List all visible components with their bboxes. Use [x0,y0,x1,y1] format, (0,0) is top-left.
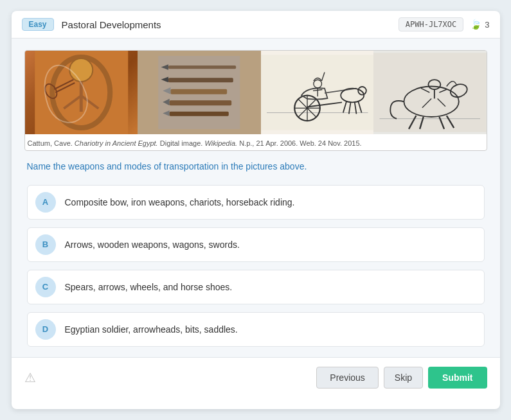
page-title: Pastoral Developments [62,19,161,30]
quiz-card: Easy Pastoral Developments APWH-JL7XOC 🍃… [12,11,500,409]
footer: ⚠ Previous Skip Submit [12,357,500,398]
footer-left: ⚠ [24,370,36,385]
svg-line-4 [64,96,81,109]
image-section-2 [138,51,261,134]
leaves-count: 3 [485,20,489,30]
option-b-text: Arrows, wooden weapons, wagons, swords. [65,240,240,250]
skip-button[interactable]: Skip [384,367,423,389]
svg-rect-17 [170,100,231,105]
citation: Cattum, Cave. Chariotry in Ancient Egypt… [25,134,487,150]
image-section-3 [261,51,374,134]
image-section-4 [373,51,487,134]
warning-icon: ⚠ [24,370,36,385]
submit-button[interactable]: Submit [428,367,487,389]
image-container: Cattum, Cave. Chariotry in Ancient Egypt… [24,50,487,151]
option-b[interactable]: B Arrows, wooden weapons, wagons, swords… [27,227,485,262]
leaves-badge: 🍃 3 [470,19,489,30]
question-text: Name the weapons and modes of transporta… [24,160,487,173]
option-b-circle: B [35,234,56,255]
svg-point-8 [42,82,59,101]
option-a[interactable]: A Composite bow, iron weapons, chariots,… [27,185,485,220]
header: Easy Pastoral Developments APWH-JL7XOC 🍃… [12,11,500,39]
content-area: Cattum, Cave. Chariotry in Ancient Egypt… [12,39,500,357]
svg-point-2 [69,58,93,82]
image-section-1 [25,51,138,134]
options-list: A Composite bow, iron weapons, chariots,… [24,185,487,347]
svg-line-7 [55,83,75,92]
svg-rect-19 [170,112,229,116]
option-d[interactable]: D Egyptian soldier, arrowheads, bits, sa… [27,312,485,347]
previous-button[interactable]: Previous [316,367,378,389]
svg-rect-13 [168,78,233,82]
option-c[interactable]: C Spears, arrows, wheels, and horse shoe… [27,270,485,304]
difficulty-badge: Easy [22,18,54,31]
image-strip [25,51,487,134]
leaf-icon: 🍃 [470,19,482,30]
svg-line-6 [54,80,73,89]
svg-rect-39 [373,53,487,132]
option-a-text: Composite bow, iron weapons, chariots, h… [65,197,295,207]
svg-rect-11 [168,66,236,69]
option-d-text: Egyptian soldier, arrowheads, bits, sadd… [65,324,238,335]
quiz-code: APWH-JL7XOC [399,17,463,31]
header-left: Easy Pastoral Developments [22,18,161,31]
option-c-text: Spears, arrows, wheels, and horse shoes. [65,282,233,292]
option-c-circle: C [35,277,56,297]
option-d-circle: D [35,319,56,340]
svg-rect-15 [170,89,227,94]
option-a-circle: A [35,192,56,213]
footer-right: Previous Skip Submit [316,367,487,389]
header-right: APWH-JL7XOC 🍃 3 [399,17,490,31]
